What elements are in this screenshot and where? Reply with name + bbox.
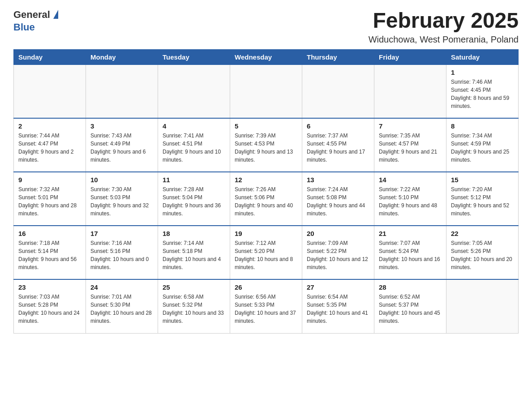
day-info: Sunrise: 7:37 AM Sunset: 4:55 PM Dayligh…	[307, 132, 369, 164]
calendar-cell: 21Sunrise: 7:07 AM Sunset: 5:24 PM Dayli…	[374, 226, 446, 279]
calendar-header-row: SundayMondayTuesdayWednesdayThursdayFrid…	[14, 49, 519, 64]
day-info: Sunrise: 7:39 AM Sunset: 4:53 PM Dayligh…	[235, 132, 297, 164]
day-info: Sunrise: 7:43 AM Sunset: 4:49 PM Dayligh…	[90, 132, 153, 164]
day-info: Sunrise: 7:44 AM Sunset: 4:47 PM Dayligh…	[18, 132, 81, 164]
calendar-cell: 4Sunrise: 7:41 AM Sunset: 4:51 PM Daylig…	[158, 118, 230, 172]
day-info: Sunrise: 7:16 AM Sunset: 5:16 PM Dayligh…	[90, 239, 153, 271]
calendar-cell: 24Sunrise: 7:01 AM Sunset: 5:30 PM Dayli…	[86, 279, 158, 333]
calendar-cell: 28Sunrise: 6:52 AM Sunset: 5:37 PM Dayli…	[374, 279, 446, 333]
calendar-cell: 13Sunrise: 7:24 AM Sunset: 5:08 PM Dayli…	[302, 172, 374, 226]
day-info: Sunrise: 6:52 AM Sunset: 5:37 PM Dayligh…	[379, 293, 442, 325]
day-info: Sunrise: 7:07 AM Sunset: 5:24 PM Dayligh…	[379, 239, 442, 271]
calendar-cell: 25Sunrise: 6:58 AM Sunset: 5:32 PM Dayli…	[158, 279, 230, 333]
day-number: 18	[163, 230, 225, 237]
day-header-thursday: Thursday	[302, 49, 374, 64]
calendar-cell: 5Sunrise: 7:39 AM Sunset: 4:53 PM Daylig…	[230, 118, 302, 172]
logo-blue-text: Blue	[13, 21, 83, 33]
day-info: Sunrise: 7:20 AM Sunset: 5:12 PM Dayligh…	[451, 185, 514, 218]
title-block: February 2025 Widuchowa, West Pomerania,…	[369, 9, 519, 45]
day-info: Sunrise: 7:26 AM Sunset: 5:06 PM Dayligh…	[235, 185, 297, 218]
calendar-cell: 20Sunrise: 7:09 AM Sunset: 5:22 PM Dayli…	[302, 226, 374, 279]
calendar-cell: 16Sunrise: 7:18 AM Sunset: 5:14 PM Dayli…	[14, 226, 86, 279]
calendar-cell: 22Sunrise: 7:05 AM Sunset: 5:26 PM Dayli…	[446, 226, 519, 279]
day-number: 8	[451, 122, 514, 130]
calendar-cell: 8Sunrise: 7:34 AM Sunset: 4:59 PM Daylig…	[446, 118, 519, 172]
day-info: Sunrise: 7:30 AM Sunset: 5:03 PM Dayligh…	[90, 185, 153, 218]
calendar-week-1: 1Sunrise: 7:46 AM Sunset: 4:45 PM Daylig…	[14, 64, 519, 118]
day-number: 1	[451, 68, 514, 76]
calendar-cell	[374, 64, 446, 118]
day-number: 17	[90, 230, 153, 237]
day-header-friday: Friday	[374, 49, 446, 64]
calendar-subtitle: Widuchowa, West Pomerania, Poland	[369, 34, 519, 45]
day-number: 24	[90, 283, 153, 291]
calendar-cell: 15Sunrise: 7:20 AM Sunset: 5:12 PM Dayli…	[446, 172, 519, 226]
day-info: Sunrise: 7:09 AM Sunset: 5:22 PM Dayligh…	[307, 239, 369, 271]
calendar-cell: 6Sunrise: 7:37 AM Sunset: 4:55 PM Daylig…	[302, 118, 374, 172]
day-number: 26	[235, 283, 297, 291]
day-number: 15	[451, 176, 514, 184]
calendar-cell: 10Sunrise: 7:30 AM Sunset: 5:03 PM Dayli…	[86, 172, 158, 226]
calendar-cell	[302, 64, 374, 118]
day-number: 13	[307, 176, 369, 184]
day-info: Sunrise: 7:34 AM Sunset: 4:59 PM Dayligh…	[451, 132, 514, 164]
day-info: Sunrise: 7:32 AM Sunset: 5:01 PM Dayligh…	[18, 185, 81, 218]
calendar-cell: 3Sunrise: 7:43 AM Sunset: 4:49 PM Daylig…	[86, 118, 158, 172]
day-info: Sunrise: 7:24 AM Sunset: 5:08 PM Dayligh…	[307, 185, 369, 218]
day-number: 11	[163, 176, 225, 184]
day-number: 27	[307, 283, 369, 291]
calendar-week-5: 23Sunrise: 7:03 AM Sunset: 5:28 PM Dayli…	[14, 279, 519, 333]
day-header-sunday: Sunday	[14, 49, 86, 64]
day-number: 5	[235, 122, 297, 130]
day-number: 4	[163, 122, 225, 130]
calendar-cell	[158, 64, 230, 118]
calendar-table: SundayMondayTuesdayWednesdayThursdayFrid…	[13, 49, 519, 334]
calendar-cell	[230, 64, 302, 118]
calendar-cell: 2Sunrise: 7:44 AM Sunset: 4:47 PM Daylig…	[14, 118, 86, 172]
calendar-cell: 18Sunrise: 7:14 AM Sunset: 5:18 PM Dayli…	[158, 226, 230, 279]
calendar-cell: 7Sunrise: 7:35 AM Sunset: 4:57 PM Daylig…	[374, 118, 446, 172]
day-info: Sunrise: 7:18 AM Sunset: 5:14 PM Dayligh…	[18, 239, 81, 271]
day-info: Sunrise: 7:22 AM Sunset: 5:10 PM Dayligh…	[379, 185, 442, 218]
day-header-monday: Monday	[86, 49, 158, 64]
logo-general-text: General	[13, 9, 50, 21]
day-number: 12	[235, 176, 297, 184]
day-info: Sunrise: 7:05 AM Sunset: 5:26 PM Dayligh…	[451, 239, 514, 271]
calendar-cell: 11Sunrise: 7:28 AM Sunset: 5:04 PM Dayli…	[158, 172, 230, 226]
day-info: Sunrise: 6:54 AM Sunset: 5:35 PM Dayligh…	[307, 293, 369, 325]
day-info: Sunrise: 7:01 AM Sunset: 5:30 PM Dayligh…	[90, 293, 153, 325]
day-number: 19	[235, 230, 297, 237]
day-info: Sunrise: 7:46 AM Sunset: 4:45 PM Dayligh…	[451, 78, 514, 110]
calendar-cell: 23Sunrise: 7:03 AM Sunset: 5:28 PM Dayli…	[14, 279, 86, 333]
calendar-cell: 17Sunrise: 7:16 AM Sunset: 5:16 PM Dayli…	[86, 226, 158, 279]
day-number: 2	[18, 122, 81, 130]
calendar-week-4: 16Sunrise: 7:18 AM Sunset: 5:14 PM Dayli…	[14, 226, 519, 279]
page-header: General Blue February 2025 Widuchowa, We…	[13, 9, 519, 45]
logo: General Blue	[13, 9, 83, 34]
day-number: 7	[379, 122, 442, 130]
day-info: Sunrise: 7:03 AM Sunset: 5:28 PM Dayligh…	[18, 293, 81, 325]
calendar-cell: 9Sunrise: 7:32 AM Sunset: 5:01 PM Daylig…	[14, 172, 86, 226]
day-info: Sunrise: 7:41 AM Sunset: 4:51 PM Dayligh…	[163, 132, 225, 164]
calendar-week-3: 9Sunrise: 7:32 AM Sunset: 5:01 PM Daylig…	[14, 172, 519, 226]
day-info: Sunrise: 6:58 AM Sunset: 5:32 PM Dayligh…	[163, 293, 225, 325]
day-header-wednesday: Wednesday	[230, 49, 302, 64]
calendar-title: February 2025	[369, 9, 519, 33]
day-number: 6	[307, 122, 369, 130]
calendar-cell: 14Sunrise: 7:22 AM Sunset: 5:10 PM Dayli…	[374, 172, 446, 226]
calendar-cell	[86, 64, 158, 118]
day-info: Sunrise: 7:12 AM Sunset: 5:20 PM Dayligh…	[235, 239, 297, 271]
day-info: Sunrise: 7:14 AM Sunset: 5:18 PM Dayligh…	[163, 239, 225, 271]
calendar-cell: 19Sunrise: 7:12 AM Sunset: 5:20 PM Dayli…	[230, 226, 302, 279]
day-number: 23	[18, 283, 81, 291]
day-number: 28	[379, 283, 442, 291]
day-header-tuesday: Tuesday	[158, 49, 230, 64]
calendar-cell	[14, 64, 86, 118]
day-number: 25	[163, 283, 225, 291]
logo-triangle-icon	[53, 10, 58, 19]
day-number: 22	[451, 230, 514, 237]
calendar-cell: 1Sunrise: 7:46 AM Sunset: 4:45 PM Daylig…	[446, 64, 519, 118]
day-number: 10	[90, 176, 153, 184]
day-info: Sunrise: 7:28 AM Sunset: 5:04 PM Dayligh…	[163, 185, 225, 218]
day-number: 16	[18, 230, 81, 237]
